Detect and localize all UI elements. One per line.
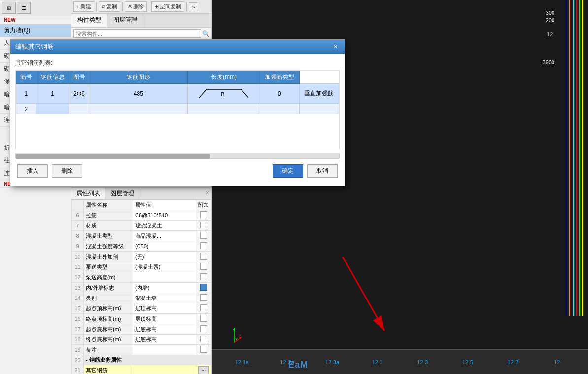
row1-shape: B [188,84,260,104]
checkbox[interactable] [200,222,207,228]
dialog-titlebar: 编辑其它钢筋 × [10,40,345,54]
table-row: 17起点底标高(m)层底标高 [72,324,211,335]
col-name-header: 属性名称 [84,200,133,210]
table-row: 8混凝土类型商品混凝... [72,231,211,241]
new-icon: + [76,4,79,10]
floor-copy-button[interactable]: ⊞ 层间复制 [151,1,184,12]
sidebar-toolbar: ⊞ ☰ [0,0,71,16]
rebar-table-scroll[interactable]: 筋号 钢筋信息 图号 钢筋图形 长度(mm) 加强筋类型 1 1 2Φ6 485 [15,70,340,149]
table-row: 9混凝土强度等级(C50) [72,241,211,252]
axis-label-12-1a: 12-1a [222,359,262,365]
confirm-button[interactable]: 确定 [273,164,303,178]
checkbox[interactable] [200,294,207,301]
toolbar-sep4 [186,2,187,11]
edit-rebar-dialog: 编辑其它钢筋 × 其它钢筋列表: 筋号 钢筋信息 图号 钢筋图形 长度(mm) … [10,39,345,186]
search-input[interactable] [73,29,201,38]
checkbox[interactable] [200,242,207,249]
toolbar-sep3 [149,2,149,11]
table-row-group: 20- 钢筋业务属性 [72,355,211,365]
row1-fig-num: 485 [89,84,188,104]
col-val-header: 属性值 [133,200,196,210]
axis-label-12-3: 12-3 [403,359,443,365]
row1-reinforce: 垂直加强筋 [299,84,339,104]
row1-length[interactable]: 0 [260,84,299,104]
row2-bar-info [69,104,89,114]
col-bar-num-header: 筋号 [16,71,36,84]
axis-label-12-3a: 12-3a [312,359,352,365]
floor-copy-icon: ⊞ [154,3,159,10]
checkbox[interactable] [200,325,207,332]
table-row: 14类别混凝土墙 [72,293,211,303]
search-icon: 🔍 [202,30,209,37]
prop-tab-layer[interactable]: 图层管理 [105,188,139,199]
axis-label-12-x: 12- [538,359,578,365]
dialog-buttons: 插入 删除 确定 取消 [15,161,340,181]
insert-button[interactable]: 插入 [17,164,48,178]
delete-button[interactable]: ✕ 删除 [125,1,147,12]
table-row: 18终点底标高(m)层底标高 [72,335,211,345]
table-row: 6拉筋C6@510*510 [72,210,211,221]
search-box: 🔍 [71,28,211,40]
dots-button[interactable]: ··· [198,366,209,374]
checkbox[interactable] [200,304,207,311]
coordinate-icon: Y X [227,326,242,345]
cancel-button[interactable]: 取消 [307,164,338,178]
table-row: 7材质现浇混凝土 [72,221,211,231]
checkbox[interactable] [200,346,207,353]
prop-tab-list[interactable]: 属性列表 [71,188,105,199]
row1-bar-num[interactable]: 1 [36,84,69,104]
row2-num: 2 [16,104,36,114]
col-fig-num-header: 图号 [69,71,89,84]
property-panel: × 属性列表 图层管理 属性名称 属性值 附加 6拉筋C6@510*510 7材… [71,187,211,374]
svg-text:B: B [221,91,224,97]
more-button[interactable]: » [189,2,198,11]
list-view-btn[interactable]: ☰ [17,2,31,14]
watermark-text: EaM [288,360,308,370]
col-reinforce-header: 加强筋类型 [260,71,299,84]
checkbox[interactable] [200,315,207,322]
sidebar-new-label1: NEW [0,16,71,24]
checkbox[interactable] [200,263,207,270]
checkbox[interactable] [200,336,207,342]
table-row: 16终点顶标高(m)层顶标高 [72,314,211,324]
prop-tabs: 属性列表 图层管理 [71,188,211,200]
checkbox[interactable] [200,273,207,280]
cad-num-200: 200 [546,17,554,23]
rebar-row-1[interactable]: 1 1 2Φ6 485 B 0 垂直加强筋 [16,84,339,104]
checkbox[interactable] [200,253,207,260]
sidebar-item-shear-wall[interactable]: 剪力墙(Q) [0,24,71,37]
svg-marker-2 [233,327,235,330]
row2-shape [188,104,260,114]
horizontal-scrollbar[interactable] [15,153,340,159]
dialog-body: 其它钢筋列表: 筋号 钢筋信息 图号 钢筋图形 长度(mm) 加强筋类型 [10,54,345,186]
row1-num: 1 [16,84,36,104]
row2-reinforce [299,104,339,114]
table-row: 11泵送类型(混凝土泵) [72,262,211,272]
axis-label-12-1: 12-1 [357,359,398,365]
table-row: 19备注 [72,345,211,355]
tab-component-type[interactable]: 构件类型 [71,14,107,27]
row2-length [260,104,299,114]
middle-tabs: 构件类型 图层管理 [71,14,211,28]
rebar-row-2[interactable]: 2 [16,104,339,114]
axis-label-12-7: 12-7 [493,359,533,365]
checkbox[interactable] [200,211,207,218]
dialog-close-btn[interactable]: × [332,43,340,51]
checkbox[interactable] [200,232,207,239]
row2-fig-num [89,104,188,114]
new-button[interactable]: + 新建 [73,1,94,12]
checkbox-checked[interactable] [200,284,207,291]
cad-num-12: 12- [547,30,554,39]
property-table: 属性名称 属性值 附加 6拉筋C6@510*510 7材质现浇混凝土 8混凝土类… [71,200,211,374]
tab-layer-manage[interactable]: 图层管理 [107,14,143,27]
row2-bar-num[interactable] [36,104,69,114]
grid-view-btn[interactable]: ⊞ [2,2,16,14]
copy-icon: ⧉ [102,3,105,10]
delete-icon: ✕ [128,3,132,10]
panel-close-btn[interactable]: × [206,189,209,197]
copy-button[interactable]: ⧉ 复制 [99,1,120,12]
table-row: 10混凝土外加剂(无) [72,252,211,262]
axis-label-12-5: 12-5 [448,359,488,365]
delete-button-dialog[interactable]: 删除 [52,164,82,178]
table-row: 12泵送高度(m) [72,272,211,283]
